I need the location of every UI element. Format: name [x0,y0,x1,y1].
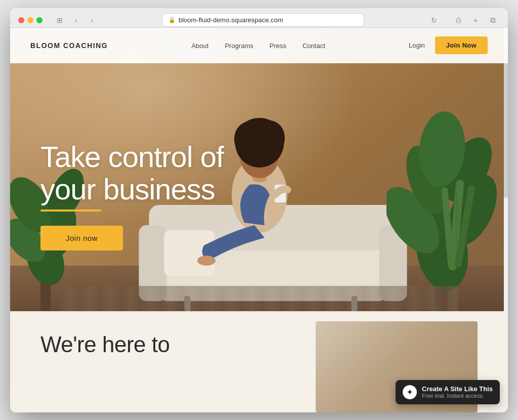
section-heading: We're here to [40,331,169,358]
maximize-button[interactable] [36,17,42,23]
browser-navigation: ⊞ ‹ › [53,13,99,27]
badge-sub-text: Free trial. Instant access. [422,393,493,399]
browser-chrome: ⊞ ‹ › 🔒 bloom-fluid-demo.squarespace.com… [10,8,508,28]
scrollbar-track [504,28,508,311]
headline-line2: your business [40,173,215,205]
browser-actions: ⎙ + ⧉ [451,13,500,27]
hero-cta-button[interactable]: Join now [40,226,123,250]
nav-links: About Programs Press Contact [191,41,325,50]
new-tab-button[interactable]: + [468,13,483,27]
back-button[interactable]: ‹ [69,13,83,27]
duplicate-button[interactable]: ⧉ [486,13,500,27]
badge-text: Create A Site Like This Free trial. Inst… [422,385,493,399]
nav-about[interactable]: About [191,42,208,50]
nav-right: Login Join Now [409,36,488,54]
hero-section: BLOOM COACHING About Programs Press Cont… [10,28,508,311]
lock-icon: 🔒 [168,17,176,23]
svg-point-31 [197,256,215,266]
headline-line1: Take control of [40,140,224,173]
address-bar[interactable]: 🔒 bloom-fluid-demo.squarespace.com [162,13,364,27]
join-now-button[interactable]: Join Now [435,36,488,54]
login-link[interactable]: Login [409,41,425,49]
close-button[interactable] [18,17,24,23]
hero-content: Take control of your business Join now [40,141,224,250]
logo: BLOOM COACHING [30,41,108,50]
nav-press[interactable]: Press [270,42,286,50]
share-button[interactable]: ⎙ [451,13,465,27]
hero-headline: Take control of your business [40,141,224,205]
website-content: BLOOM COACHING About Programs Press Cont… [10,28,508,412]
squarespace-icon: ✦ [403,385,417,399]
hero-underline [40,209,101,212]
reload-button[interactable]: ↻ [427,13,441,27]
forward-button[interactable]: › [85,13,99,27]
rug [60,286,458,311]
nav-contact[interactable]: Contact [303,42,325,50]
badge-main-text: Create A Site Like This [422,385,493,393]
nav-programs[interactable]: Programs [225,42,253,50]
svg-point-30 [238,118,281,150]
traffic-lights [18,17,42,23]
squarespace-badge[interactable]: ✦ Create A Site Like This Free trial. In… [396,380,500,404]
navbar: BLOOM COACHING About Programs Press Cont… [10,28,508,63]
plant-right-svg [386,78,498,311]
sidebar-toggle-button[interactable]: ⊞ [53,13,67,27]
minimize-button[interactable] [27,17,33,23]
browser-window: ⊞ ‹ › 🔒 bloom-fluid-demo.squarespace.com… [10,8,508,412]
url-text: bloom-fluid-demo.squarespace.com [179,16,283,24]
